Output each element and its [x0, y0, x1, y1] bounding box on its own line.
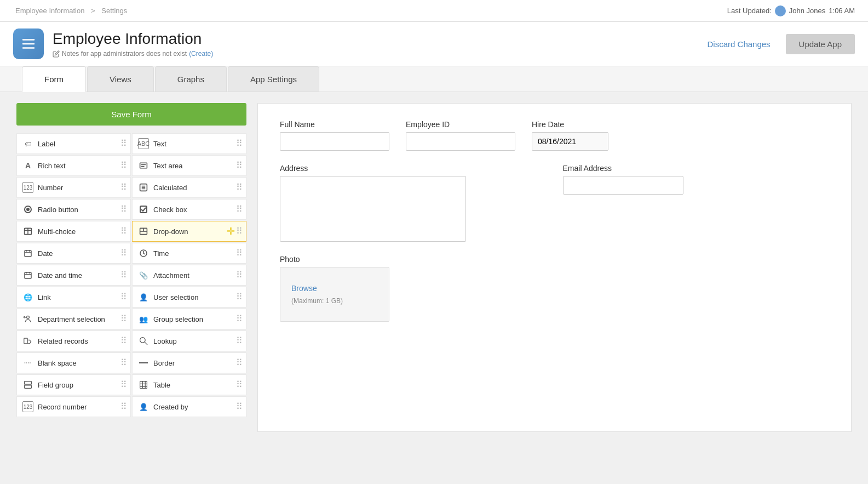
field-item-checkbox[interactable]: Check box ⠿: [132, 199, 246, 220]
employee-id-input[interactable]: [406, 132, 515, 151]
textarea-icon: [138, 160, 149, 171]
field-item-blank-space[interactable]: Blank space ⠿: [16, 352, 131, 373]
drag-handle: ⠿: [236, 315, 243, 323]
field-item-date[interactable]: Date ⠿: [16, 243, 131, 264]
user-selection-icon: 👤: [138, 292, 149, 303]
app-header: Employee Information Notes for app admin…: [0, 22, 868, 66]
field-group-label: Group selection: [153, 315, 203, 323]
field-item-record-number[interactable]: 123 Record number ⠿: [16, 396, 131, 417]
field-item-group-selection[interactable]: 👥 Group selection ⠿: [132, 309, 246, 329]
field-item-text-area[interactable]: Text area ⠿: [132, 155, 246, 176]
field-item-label[interactable]: 🏷 Label ⠿: [16, 133, 131, 154]
create-link[interactable]: (Create): [189, 50, 213, 58]
svg-rect-24: [25, 272, 31, 278]
drag-handle: ⠿: [120, 249, 127, 258]
tabs-bar: Form Views Graphs App Settings: [0, 66, 868, 92]
field-lookup-label: Lookup: [153, 337, 177, 345]
email-input[interactable]: [563, 176, 683, 195]
svg-rect-3: [140, 163, 147, 168]
field-item-time[interactable]: Time ⠿: [132, 243, 246, 264]
form-row-1: Full Name Employee ID Hire Date: [280, 120, 829, 151]
tab-views[interactable]: Views: [87, 66, 154, 92]
dropdown-icon: [138, 226, 149, 237]
attachment-icon: 📎: [138, 270, 149, 281]
svg-point-32: [140, 338, 146, 343]
field-item-number[interactable]: 123 Number ⠿: [16, 177, 131, 198]
breadcrumb-app[interactable]: Employee Information: [15, 7, 84, 15]
app-header-right: Discard Changes Update App: [699, 34, 855, 54]
address-input[interactable]: [280, 176, 466, 242]
browse-button[interactable]: Browse: [291, 284, 378, 293]
tab-graphs[interactable]: Graphs: [155, 66, 227, 92]
move-cursor-icon: ✛: [227, 225, 235, 237]
hire-date-input[interactable]: [532, 132, 608, 151]
field-item-lookup[interactable]: Lookup ⠿: [132, 331, 246, 351]
checkbox-icon: [138, 204, 149, 215]
photo-label: Photo: [280, 255, 389, 264]
tag-icon: 🏷: [22, 138, 33, 149]
tab-form[interactable]: Form: [22, 66, 86, 92]
discard-changes-button[interactable]: Discard Changes: [699, 35, 779, 53]
drag-handle: ⠿: [236, 161, 243, 170]
drag-handle: ⠿: [236, 205, 243, 214]
drag-handle: ⠿: [120, 337, 127, 345]
max-size-text: (Maximum: 1 GB): [291, 297, 378, 305]
field-list: 🏷 Label ⠿ ABC Text ⠿ A Rich text ⠿: [16, 133, 246, 417]
field-item-border[interactable]: Border ⠿: [132, 352, 246, 373]
subtitle-text: Notes for app administrators does not ex…: [62, 50, 187, 58]
field-item-attachment[interactable]: 📎 Attachment ⠿: [132, 265, 246, 286]
field-datetime-label: Date and time: [38, 271, 82, 280]
border-icon: [138, 357, 149, 368]
datetime-icon: [22, 270, 33, 281]
full-name-input[interactable]: [280, 132, 389, 151]
tab-app-settings[interactable]: App Settings: [228, 66, 319, 92]
field-item-link[interactable]: 🌐 Link ⠿: [16, 287, 131, 308]
field-item-created-by[interactable]: 👤 Created by ⠿: [132, 396, 246, 417]
breadcrumb-sep: >: [91, 7, 95, 15]
svg-rect-12: [140, 206, 147, 213]
field-dropdown-label: Drop-down: [153, 227, 188, 236]
field-dept-label: Department selection: [38, 315, 105, 323]
drag-handle: ⠿: [120, 271, 127, 280]
svg-rect-37: [25, 385, 32, 389]
field-item-related-records[interactable]: Related records ⠿: [16, 331, 131, 351]
svg-point-11: [26, 208, 30, 211]
svg-rect-31: [24, 338, 27, 344]
field-item-multi-choice[interactable]: Multi-choice ⠿: [16, 221, 131, 242]
dept-icon: [22, 314, 33, 324]
field-item-calculated[interactable]: Calculated ⠿: [132, 177, 246, 198]
field-time-label: Time: [153, 249, 169, 258]
field-date-label: Date: [38, 249, 53, 258]
field-blank-space-label: Blank space: [38, 359, 77, 367]
field-item-table[interactable]: Table ⠿: [132, 374, 246, 395]
table-icon: [138, 379, 149, 390]
date-icon: [22, 248, 33, 259]
field-item-rich-text[interactable]: A Rich text ⠿: [16, 155, 131, 176]
field-item-dropdown[interactable]: Drop-down ✛ ⠿: [132, 221, 246, 242]
svg-rect-2: [22, 47, 35, 49]
calculated-icon: [138, 182, 149, 193]
field-item-datetime[interactable]: Date and time ⠿: [16, 265, 131, 286]
breadcrumb-page[interactable]: Settings: [101, 7, 127, 15]
field-item-dept-selection[interactable]: Department selection ⠿: [16, 309, 131, 329]
last-updated: Last Updated: John Jones 1:06 AM: [727, 5, 855, 16]
save-form-button[interactable]: Save Form: [16, 103, 246, 126]
form-field-employee-id: Employee ID: [406, 120, 515, 151]
field-item-radio[interactable]: Radio button ⠿: [16, 199, 131, 220]
field-item-user-selection[interactable]: 👤 User selection ⠿: [132, 287, 246, 308]
drag-handle: ⠿: [236, 271, 243, 280]
drag-handle: ⠿: [236, 183, 243, 192]
full-name-label: Full Name: [280, 120, 389, 129]
svg-point-30: [24, 317, 25, 318]
field-group-icon: [22, 379, 33, 390]
field-link-label: Link: [38, 293, 51, 301]
form-row-3: Photo Browse (Maximum: 1 GB): [280, 255, 829, 322]
field-radio-label: Radio button: [38, 206, 78, 214]
field-item-field-group[interactable]: Field group ⠿: [16, 374, 131, 395]
user-name: John Jones: [789, 7, 826, 15]
update-app-button[interactable]: Update App: [786, 34, 855, 54]
blank-space-icon: [22, 357, 33, 368]
time-icon: [138, 248, 149, 259]
field-item-text[interactable]: ABC Text ⠿: [132, 133, 246, 154]
drag-handle: ⠿: [120, 227, 127, 236]
